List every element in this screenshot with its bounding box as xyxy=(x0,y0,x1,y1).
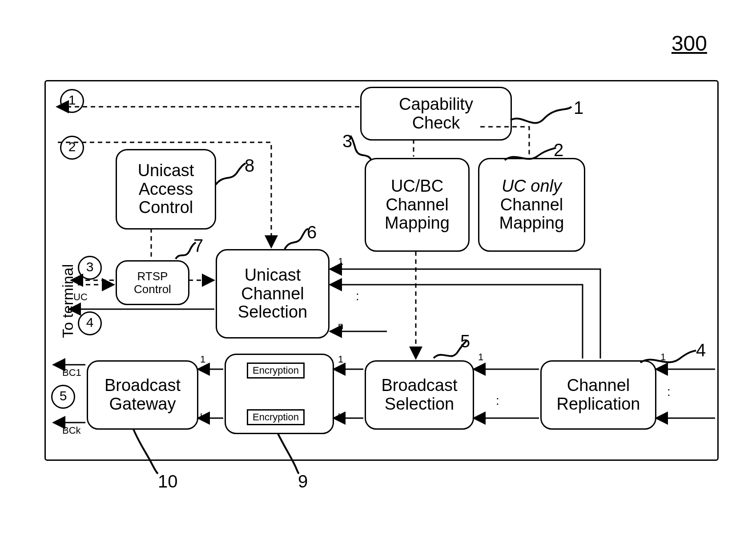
step-1: 1 xyxy=(60,89,84,113)
label-uc: UC xyxy=(73,291,88,303)
step-5: 5 xyxy=(51,385,75,409)
idx-enc-k: k xyxy=(338,411,343,423)
box-label: Broadcast Selection xyxy=(381,376,457,414)
idx-cr-in-1: 1 xyxy=(660,351,666,363)
box-label: Unicast Channel Selection xyxy=(238,266,307,322)
idx-cr-in-n: n xyxy=(660,411,666,423)
idx-bs-n: n xyxy=(478,411,483,423)
box-label: Channel Replication xyxy=(557,376,640,414)
box-capability-check: Capability Check xyxy=(360,87,512,141)
box-broadcast-gateway: Broadcast Gateway xyxy=(87,360,198,430)
encryption-1: Encryption xyxy=(247,363,305,379)
label-bck: BCk xyxy=(62,425,81,436)
box-ucbc-mapping: UC/BC Channel Mapping xyxy=(365,158,470,252)
ref-2: 2 xyxy=(554,140,563,160)
italic-text: UC only xyxy=(502,177,562,195)
ref-3: 3 xyxy=(342,131,352,151)
box-label-rest: Channel Mapping xyxy=(499,195,564,233)
idx-enc-1: 1 xyxy=(338,354,343,365)
ref-7: 7 xyxy=(193,236,203,256)
box-broadcast-selection: Broadcast Selection xyxy=(365,360,474,430)
idx-bgw-k: k xyxy=(200,411,205,423)
ref-1: 1 xyxy=(574,98,583,118)
box-label: Broadcast Gateway xyxy=(105,376,181,414)
idx-ucs-colon: : xyxy=(356,289,359,303)
box-uconly-mapping: UC only Channel Mapping xyxy=(478,158,585,252)
box-unicast-access-control: Unicast Access Control xyxy=(116,149,216,230)
ref-5: 5 xyxy=(460,331,470,351)
idx-bs-colon: : xyxy=(496,394,499,408)
box-unicast-channel-selection: Unicast Channel Selection xyxy=(216,249,330,338)
box-label: UC only Channel Mapping xyxy=(499,177,564,233)
step-4: 4 xyxy=(78,311,102,335)
box-label: RTSP Control xyxy=(134,270,171,295)
ref-10: 10 xyxy=(158,471,178,492)
idx-bs-1: 1 xyxy=(478,351,483,363)
ref-9: 9 xyxy=(298,471,308,492)
ref-4: 4 xyxy=(696,340,706,360)
figure-number: 300 xyxy=(672,31,707,56)
encryption-k: Encryption xyxy=(247,409,305,425)
label-bc1: BC1 xyxy=(62,367,81,379)
box-label: Capability Check xyxy=(399,95,473,133)
idx-ucs-1: 1 xyxy=(338,256,343,267)
step-2: 2 xyxy=(60,136,84,160)
ref-6: 6 xyxy=(307,222,317,242)
ref-8: 8 xyxy=(245,156,254,176)
idx-ucs-n: n xyxy=(338,320,343,332)
box-label: UC/BC Channel Mapping xyxy=(385,177,450,233)
idx-bgw-1: 1 xyxy=(200,354,205,365)
idx-cr-in-colon: : xyxy=(667,385,671,399)
step-3: 3 xyxy=(78,256,102,280)
box-rtsp-control: RTSP Control xyxy=(116,260,189,305)
box-label: Unicast Access Control xyxy=(138,161,194,217)
box-channel-replication: Channel Replication xyxy=(540,360,656,430)
